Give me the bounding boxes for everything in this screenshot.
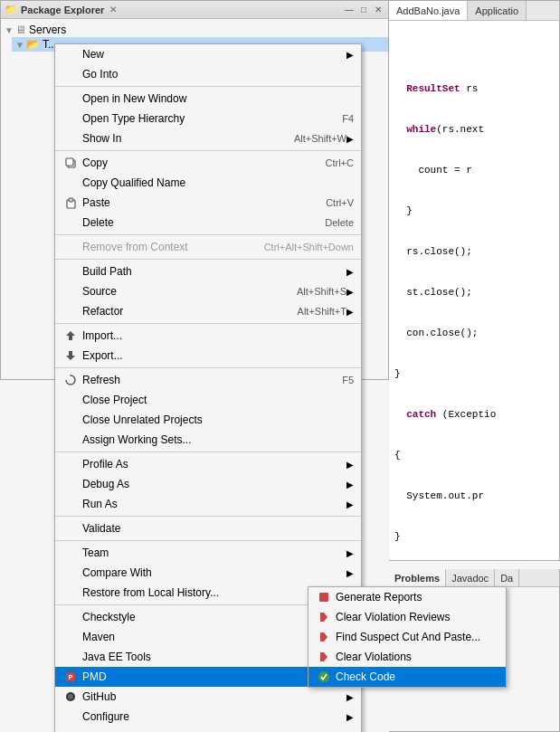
- pmd-submenu-check-code[interactable]: Check Code: [308, 667, 506, 687]
- code-line-7: con.close();: [394, 327, 554, 340]
- menu-item-source[interactable]: Source Alt+Shift+S ▶: [55, 281, 361, 301]
- tree-item-servers[interactable]: ▼ 🖥 Servers: [1, 23, 388, 37]
- tree-label-servers: Servers: [29, 24, 66, 36]
- tab-addbaNo[interactable]: AddBaNo.java: [389, 1, 468, 20]
- code-line-5: rs.close();: [394, 245, 554, 259]
- pmd-submenu-clear-violations[interactable]: Clear Violations: [308, 647, 506, 667]
- generate-reports-icon: [316, 590, 332, 604]
- menu-item-team[interactable]: Team ▶: [55, 543, 361, 563]
- close-project-label: Close Project: [82, 394, 354, 406]
- paste-shortcut: Ctrl+V: [326, 197, 354, 208]
- editor-tabs: AddBaNo.java Applicatio: [389, 1, 559, 21]
- configure-arrow: ▶: [346, 712, 354, 722]
- export-icon: [62, 348, 79, 363]
- delete-shortcut: Delete: [325, 217, 354, 228]
- menu-item-configure[interactable]: Configure ▶: [55, 707, 361, 727]
- export-label: Export...: [82, 349, 354, 362]
- menu-item-refresh[interactable]: Refresh F5: [55, 370, 361, 390]
- project-icon: 📂: [26, 38, 40, 51]
- menu-item-close-project[interactable]: Close Project: [55, 390, 361, 410]
- menu-item-copy-qualified[interactable]: Copy Qualified Name: [55, 173, 361, 193]
- menu-item-remove-context[interactable]: Remove from Context Ctrl+Alt+Shift+Down: [55, 237, 361, 257]
- menu-item-delete[interactable]: Delete Delete: [55, 213, 361, 233]
- menu-item-refactor[interactable]: Refactor Alt+Shift+T ▶: [55, 301, 361, 321]
- validate-label: Validate: [82, 522, 354, 535]
- refactor-label: Refactor: [82, 305, 280, 318]
- pmd-submenu-clear-reviews[interactable]: Clear Violation Reviews: [308, 607, 506, 627]
- menu-item-copy[interactable]: Copy Ctrl+C: [55, 153, 361, 173]
- clear-reviews-icon: [316, 610, 332, 624]
- maximize-icon[interactable]: □: [357, 4, 370, 16]
- code-line-1: ResultSet rs: [394, 82, 554, 96]
- debug-as-icon: [62, 477, 79, 491]
- restore-local-icon: [62, 585, 79, 600]
- close-unrelated-icon: [62, 413, 79, 427]
- copy-qualified-icon: [62, 176, 79, 190]
- source-icon: [62, 284, 79, 299]
- configure-icon: [62, 709, 79, 724]
- menu-item-export[interactable]: Export...: [55, 346, 361, 366]
- run-as-icon: [62, 497, 79, 511]
- copy-qualified-label: Copy Qualified Name: [82, 176, 354, 189]
- pmd-submenu-generate-reports[interactable]: Generate Reports: [308, 587, 506, 607]
- menu-item-paste[interactable]: Paste Ctrl+V: [55, 193, 361, 213]
- compare-with-icon: [62, 566, 79, 580]
- menu-item-validate[interactable]: Validate: [55, 518, 361, 538]
- menu-item-build-path[interactable]: Build Path ▶: [55, 261, 361, 281]
- clear-reviews-label: Clear Violation Reviews: [336, 611, 498, 623]
- assign-working-sets-icon: [62, 433, 79, 447]
- team-arrow: ▶: [346, 548, 354, 558]
- menu-item-debug-as[interactable]: Debug As ▶: [55, 474, 361, 494]
- refresh-label: Refresh: [82, 374, 324, 386]
- pmd-submenu: Generate Reports Clear Violation Reviews…: [308, 586, 507, 688]
- minimize-icon[interactable]: —: [343, 4, 356, 16]
- divider-6: [55, 367, 361, 368]
- panel-title: Package Explorer: [21, 5, 104, 15]
- menu-item-import[interactable]: Import...: [55, 326, 361, 346]
- menu-item-assign-working-sets[interactable]: Assign Working Sets...: [55, 430, 361, 450]
- show-in-label: Show In: [82, 132, 276, 145]
- tab-application[interactable]: Applicatio: [468, 1, 527, 20]
- panel-title-bar: 📁 Package Explorer ✕ — □ ✕: [1, 1, 388, 19]
- go-into-label: Go Into: [82, 68, 354, 81]
- profile-as-arrow: ▶: [346, 460, 354, 470]
- close-panel-icon[interactable]: ✕: [372, 4, 384, 16]
- refresh-icon: [62, 373, 79, 387]
- divider-3: [55, 234, 361, 235]
- server-icon: 🖥: [15, 24, 26, 36]
- divider-1: [55, 86, 361, 87]
- tab-problems[interactable]: Problems: [389, 569, 446, 586]
- check-code-icon: [316, 670, 332, 684]
- menu-item-compare-with[interactable]: Compare With ▶: [55, 563, 361, 583]
- menu-item-show-in[interactable]: Show In Alt+Shift+W ▶: [55, 128, 361, 148]
- menu-item-go-into[interactable]: Go Into: [55, 64, 361, 84]
- menu-item-open-window[interactable]: Open in New Window: [55, 89, 361, 109]
- svg-point-15: [318, 671, 329, 682]
- menu-item-new[interactable]: New ▶: [55, 44, 361, 64]
- compare-with-label: Compare With: [82, 566, 346, 579]
- refactor-shortcut: Alt+Shift+T: [298, 306, 346, 317]
- menu-item-github[interactable]: GitHub ▶: [55, 687, 361, 707]
- divider-9: [55, 540, 361, 541]
- menu-item-open-hierarchy[interactable]: Open Type Hierarchy F4: [55, 109, 361, 128]
- menu-item-close-unrelated[interactable]: Close Unrelated Projects: [55, 410, 361, 430]
- refresh-shortcut: F5: [342, 375, 354, 385]
- tab-javadoc[interactable]: Javadoc: [446, 569, 495, 586]
- menu-item-profile-as[interactable]: Profile As ▶: [55, 454, 361, 474]
- svg-rect-11: [319, 593, 328, 602]
- pmd-submenu-find-suspect[interactable]: Find Suspect Cut And Paste...: [308, 627, 506, 647]
- profile-as-icon: [62, 457, 79, 471]
- clear-violations-label: Clear Violations: [336, 651, 498, 663]
- menu-item-run-as[interactable]: Run As ▶: [55, 494, 361, 514]
- code-line-11: System.out.pr: [394, 490, 554, 503]
- tab-da[interactable]: Da: [495, 569, 519, 586]
- divider-7: [55, 452, 361, 452]
- github-icon: [62, 689, 79, 704]
- svg-rect-1: [66, 158, 73, 166]
- menu-item-spring-tools[interactable]: Spring Tools ▶: [55, 727, 361, 732]
- code-line-8: }: [394, 367, 554, 381]
- find-suspect-icon: [316, 630, 332, 644]
- remove-context-shortcut: Ctrl+Alt+Shift+Down: [264, 242, 354, 252]
- bottom-tabs: Problems Javadoc Da: [389, 569, 559, 587]
- panel-tab-close-icon: ✕: [109, 5, 117, 14]
